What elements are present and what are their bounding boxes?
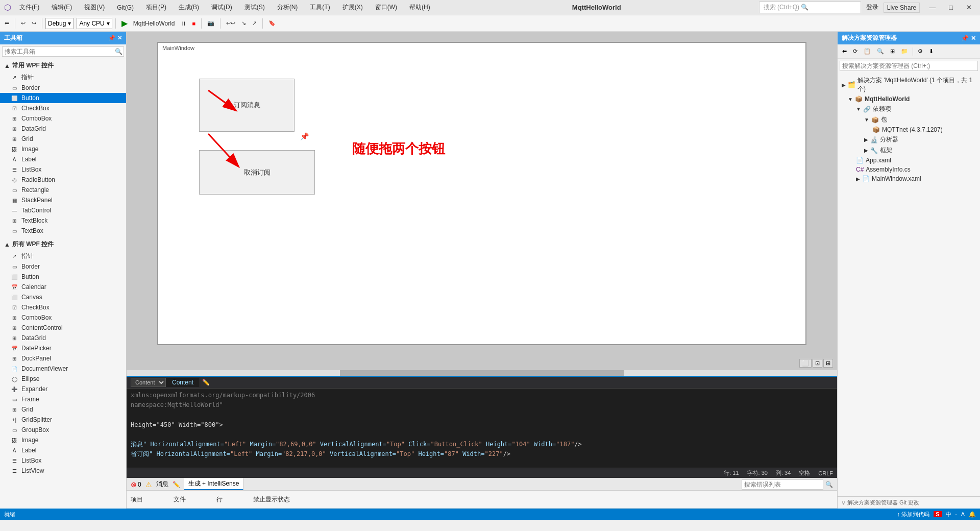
- toolbox-all-gridsplitter[interactable]: +|GridSplitter: [0, 415, 126, 425]
- designer-scrollbar[interactable]: [127, 370, 837, 376]
- tree-mqttnet[interactable]: 📦 MQTTnet (4.3.7.1207): [840, 125, 978, 134]
- menu-debug[interactable]: 调试(D): [207, 2, 236, 13]
- toolbox-item-datagrid[interactable]: ⊞DataGrid: [0, 124, 126, 134]
- live-share-btn[interactable]: Live Share: [884, 3, 920, 13]
- view-fit-btn[interactable]: ⬜: [799, 359, 812, 368]
- menu-build[interactable]: 生成(B): [175, 2, 203, 13]
- build-tab[interactable]: 生成 + IntelliSense: [184, 478, 244, 490]
- minimize-btn[interactable]: —: [925, 3, 940, 12]
- toolbox-item-button[interactable]: ⬜Button: [0, 93, 126, 103]
- git-changes-label[interactable]: ⑂ 解决方案资源管理器 Git 更改: [838, 496, 980, 509]
- tree-mainwindow[interactable]: ▶ 📄 MainWindow.xaml: [840, 174, 978, 183]
- error-search-input[interactable]: [742, 479, 823, 490]
- menu-help[interactable]: 帮助(H): [405, 2, 434, 13]
- right-panel-close-btn[interactable]: ✕: [971, 35, 976, 42]
- toolbox-all-canvas[interactable]: ⬜Canvas: [0, 292, 126, 302]
- toolbox-pin-btn[interactable]: 📌: [108, 35, 115, 41]
- toolbox-item-radiobutton[interactable]: ◎RadioButton: [0, 175, 126, 185]
- rp-btn3[interactable]: 📋: [861, 46, 873, 56]
- tree-analyzer[interactable]: ▶ 🔬 分析器: [840, 134, 978, 145]
- toolbox-item-border[interactable]: ▭Border: [0, 83, 126, 93]
- toolbox-all-documentviewer[interactable]: 📄DocumentViewer: [0, 364, 126, 374]
- toolbox-all-calendar[interactable]: 📅Calendar: [0, 282, 126, 292]
- toolbar-camera[interactable]: 📷: [205, 18, 217, 28]
- toolbar-stop[interactable]: ■: [190, 19, 199, 28]
- toolbox-item-combobox[interactable]: ⊞ComboBox: [0, 113, 126, 124]
- rp-btn7[interactable]: ⚙: [915, 46, 925, 56]
- rp-btn6[interactable]: 📁: [898, 46, 911, 56]
- menu-git[interactable]: Git(G): [113, 3, 138, 12]
- tree-dependencies[interactable]: ▼ 🔗 依赖项: [840, 104, 978, 114]
- toolbox-all-dockpanel[interactable]: ⊞DockPanel: [0, 353, 126, 364]
- maximize-btn[interactable]: □: [945, 3, 957, 12]
- toolbox-all-pointer[interactable]: ↗指针: [0, 251, 126, 261]
- toolbar-extra2[interactable]: ↘: [239, 18, 249, 28]
- toolbox-all-group[interactable]: ▲ 所有 WPF 控件: [0, 238, 126, 251]
- toolbox-item-checkbox[interactable]: ☑CheckBox: [0, 103, 126, 113]
- tree-framework[interactable]: ▶ 🔧 框架: [840, 145, 978, 156]
- toolbar-back[interactable]: ⬅: [2, 18, 12, 28]
- toolbox-item-label[interactable]: ALabel: [0, 154, 126, 164]
- toolbox-all-grid[interactable]: ⊞Grid: [0, 404, 126, 415]
- code-content[interactable]: xmlns:openxmlformats.org/markup-compatib…: [127, 389, 837, 468]
- toolbar-redo[interactable]: ↪: [29, 18, 39, 28]
- rp-btn5[interactable]: ⊞: [888, 46, 897, 56]
- menu-project[interactable]: 项目(P): [142, 2, 170, 13]
- toolbox-item-textblock[interactable]: ⊞TextBlock: [0, 215, 126, 226]
- code-editor-dropdown[interactable]: Content: [131, 378, 166, 387]
- toolbox-all-button[interactable]: ⬜Button: [0, 272, 126, 282]
- toolbox-item-rectangle[interactable]: ▭Rectangle: [0, 185, 126, 195]
- view-zoom-btn[interactable]: ⊡: [813, 359, 822, 368]
- menu-file[interactable]: 文件(F): [15, 2, 43, 13]
- menu-analyze[interactable]: 分析(N): [273, 2, 302, 13]
- toolbox-all-groupbox[interactable]: ▭GroupBox: [0, 425, 126, 435]
- menu-window[interactable]: 窗口(W): [371, 2, 401, 13]
- view-grid-btn[interactable]: ⊞: [823, 359, 833, 368]
- debug-dropdown[interactable]: Debug ▾: [45, 18, 74, 29]
- status-add-code[interactable]: ↑ 添加到代码: [897, 511, 930, 518]
- toolbox-all-listbox[interactable]: ☰ListBox: [0, 455, 126, 466]
- toolbar-undo[interactable]: ↩: [18, 18, 28, 28]
- cpu-dropdown[interactable]: Any CPU ▾: [77, 18, 112, 29]
- toolbox-all-frame[interactable]: ▭Frame: [0, 394, 126, 404]
- toolbox-all-listview[interactable]: ☰ListView: [0, 466, 126, 476]
- toolbox-all-image[interactable]: 🖼Image: [0, 435, 126, 445]
- toolbox-close-btn[interactable]: ✕: [117, 35, 122, 41]
- toolbar-extra1[interactable]: ↩↩: [224, 18, 238, 28]
- code-editor-tab[interactable]: Content: [166, 378, 200, 387]
- tree-assemblyinfo[interactable]: C# AssemblyInfo.cs: [840, 165, 978, 174]
- toolbar-bookmark[interactable]: 🔖: [266, 18, 278, 28]
- toolbox-all-border[interactable]: ▭Border: [0, 261, 126, 272]
- toolbox-item-listbox[interactable]: ☰ListBox: [0, 164, 126, 175]
- run-btn[interactable]: ▶: [119, 17, 130, 30]
- toolbox-all-label[interactable]: ALabel: [0, 445, 126, 455]
- close-btn[interactable]: ✕: [962, 3, 976, 12]
- toolbox-item-tabcontrol[interactable]: —TabControl: [0, 205, 126, 215]
- menu-extend[interactable]: 扩展(X): [338, 2, 367, 13]
- toolbox-all-datepicker[interactable]: 📅DatePicker: [0, 343, 126, 353]
- toolbox-common-group[interactable]: ▲ 常用 WPF 控件: [0, 59, 126, 72]
- tree-appxaml[interactable]: 📄 App.xaml: [840, 156, 978, 165]
- login-label[interactable]: 登录: [866, 3, 878, 12]
- toolbar-pause[interactable]: ⏸: [178, 19, 189, 28]
- designer-scrollbar-thumb[interactable]: [340, 370, 624, 376]
- rp-btn1[interactable]: ⬅: [840, 46, 849, 56]
- rp-btn2[interactable]: ⟳: [850, 46, 860, 56]
- toolbox-all-datagrid[interactable]: ⊞DataGrid: [0, 333, 126, 343]
- rp-btn4[interactable]: 🔍: [874, 46, 887, 56]
- toolbox-search-input[interactable]: [2, 46, 124, 57]
- menu-tools[interactable]: 工具(T): [306, 2, 334, 13]
- menu-view[interactable]: 视图(V): [80, 2, 109, 13]
- toolbox-all-ellipse[interactable]: ◯Ellipse: [0, 374, 126, 384]
- toolbox-item-stackpanel[interactable]: ▦StackPanel: [0, 195, 126, 205]
- toolbar-extra3[interactable]: ↗: [250, 18, 259, 28]
- tree-packages[interactable]: ▼ 📦 包: [840, 114, 978, 125]
- rp-btn8[interactable]: ⬇: [926, 46, 936, 56]
- menu-test[interactable]: 测试(S): [240, 2, 269, 13]
- toolbox-item-grid[interactable]: ⊞Grid: [0, 134, 126, 144]
- toolbox-item-pointer[interactable]: ↗指针: [0, 72, 126, 83]
- toolbox-all-expander[interactable]: ➕Expander: [0, 384, 126, 394]
- toolbox-item-image[interactable]: 🖼Image: [0, 144, 126, 154]
- tree-project[interactable]: ▼ 📦 MqttHelloWorld: [840, 94, 978, 104]
- toolbox-all-contentcontrol[interactable]: ⊞ContentControl: [0, 323, 126, 333]
